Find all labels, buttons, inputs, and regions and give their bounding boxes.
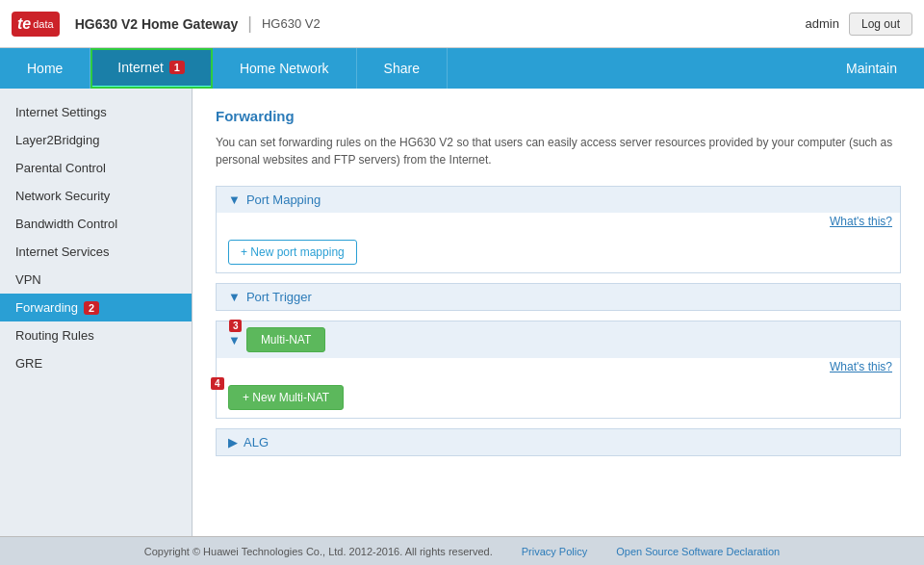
port-trigger-section: ▼ Port Trigger <box>216 283 901 311</box>
port-mapping-header[interactable]: ▼ Port Mapping <box>217 187 900 213</box>
multi-nat-btn-wrap: 3 Multi-NAT <box>246 327 325 352</box>
multi-nat-body: 4 + New Multi-NAT <box>217 377 900 418</box>
header-subtitle: HG630 V2 <box>262 16 321 31</box>
admin-label: admin <box>806 16 839 31</box>
alg-label: ALG <box>244 435 269 449</box>
logo: te data <box>12 12 60 37</box>
logo-box: te data <box>12 12 60 37</box>
multi-nat-whats-this[interactable]: What's this? <box>217 358 900 377</box>
main-layout: Internet Settings Layer2Bridging Parenta… <box>0 89 924 536</box>
alg-header[interactable]: ▶ ALG <box>217 429 900 455</box>
port-mapping-label: Port Mapping <box>246 193 321 207</box>
nav-internet-label: Internet <box>117 60 163 75</box>
port-mapping-arrow: ▼ <box>228 193 241 207</box>
port-mapping-body: + New port mapping <box>217 232 900 272</box>
sidebar-item-forwarding[interactable]: Forwarding 2 <box>0 294 192 321</box>
header: te data HG630 V2 Home Gateway | HG630 V2… <box>0 0 924 48</box>
new-port-mapping-button[interactable]: + New port mapping <box>228 240 357 265</box>
header-right: admin Log out <box>806 13 912 36</box>
sidebar-item-gre[interactable]: GRE <box>0 349 192 377</box>
footer-copyright: Copyright © Huawei Technologies Co., Ltd… <box>144 546 493 557</box>
nav-item-home-network[interactable]: Home Network <box>213 48 357 89</box>
page-title: Forwarding <box>216 108 901 124</box>
sidebar-item-parental-control[interactable]: Parental Control <box>0 154 192 182</box>
multi-nat-arrow: ▼ <box>228 333 241 347</box>
multi-nat-section: ▼ 3 Multi-NAT What's this? 4 + New Multi… <box>216 321 901 419</box>
footer-open-source-link[interactable]: Open Source Software Declaration <box>616 546 780 557</box>
sidebar-item-network-security[interactable]: Network Security <box>0 182 192 210</box>
new-multi-nat-badge: 4 <box>211 377 224 390</box>
multi-nat-number-badge: 3 <box>229 320 243 332</box>
port-trigger-arrow: ▼ <box>228 290 241 304</box>
content-description: You can set forwarding rules on the HG63… <box>216 134 901 168</box>
alg-section: ▶ ALG <box>216 428 901 456</box>
alg-arrow: ▶ <box>228 435 238 449</box>
sidebar-item-bandwidth-control[interactable]: Bandwidth Control <box>0 210 192 238</box>
multi-nat-toggle-button[interactable]: Multi-NAT <box>246 327 325 352</box>
sidebar-item-vpn[interactable]: VPN <box>0 266 192 294</box>
header-separator: | <box>247 13 252 34</box>
nav-item-maintain[interactable]: Maintain <box>819 48 924 89</box>
sidebar-forwarding-badge: 2 <box>84 301 99 315</box>
port-mapping-whats-this[interactable]: What's this? <box>217 213 900 232</box>
sidebar-forwarding-label: Forwarding <box>15 300 78 315</box>
footer-privacy-link[interactable]: Privacy Policy <box>522 546 587 557</box>
footer: Copyright © Huawei Technologies Co., Ltd… <box>0 536 924 565</box>
nav-item-internet[interactable]: Internet 1 <box>90 48 213 89</box>
nav-internet-badge: 1 <box>169 61 185 74</box>
sidebar-item-routing-rules[interactable]: Routing Rules <box>0 321 192 349</box>
sidebar-item-layer2bridging[interactable]: Layer2Bridging <box>0 126 192 154</box>
header-title: HG630 V2 Home Gateway <box>75 16 239 32</box>
nav-item-share[interactable]: Share <box>357 48 448 89</box>
content-area: Forwarding You can set forwarding rules … <box>192 89 924 536</box>
new-multi-nat-button[interactable]: + New Multi-NAT <box>228 385 344 410</box>
main-nav: Home Internet 1 Home Network Share Maint… <box>0 48 924 89</box>
logo-te-text: te <box>17 15 31 33</box>
nav-item-home[interactable]: Home <box>0 48 90 89</box>
logo-data-text: data <box>33 18 53 30</box>
sidebar-item-internet-settings[interactable]: Internet Settings <box>0 98 192 126</box>
sidebar: Internet Settings Layer2Bridging Parenta… <box>0 89 192 536</box>
port-trigger-header[interactable]: ▼ Port Trigger <box>217 284 900 310</box>
multi-nat-header[interactable]: ▼ 3 Multi-NAT <box>217 321 900 358</box>
sidebar-item-internet-services[interactable]: Internet Services <box>0 238 192 266</box>
logout-button[interactable]: Log out <box>849 13 912 36</box>
new-multi-nat-wrap: 4 + New Multi-NAT <box>228 385 344 410</box>
port-mapping-section: ▼ Port Mapping What's this? + New port m… <box>216 186 901 273</box>
port-trigger-label: Port Trigger <box>246 290 312 304</box>
